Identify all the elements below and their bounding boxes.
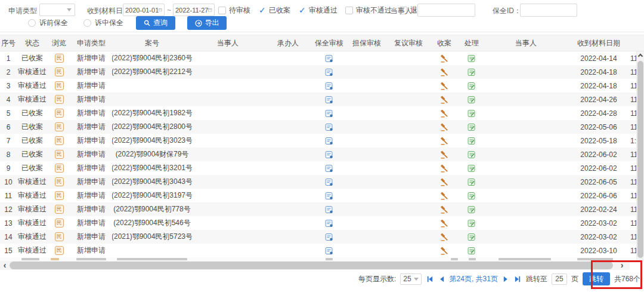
gavel-icon[interactable] [440,219,448,228]
radio-icon[interactable] [28,19,36,27]
process-cell[interactable] [459,175,484,189]
scroll-right-icon[interactable]: › [618,261,626,270]
civil-case-icon[interactable]: 民 [55,191,64,200]
preservation-review-cell[interactable] [312,147,346,161]
browse-cell[interactable]: 民 [48,244,70,257]
process-cell[interactable] [459,147,484,161]
process-cell[interactable] [459,51,484,65]
process-note-icon[interactable] [467,68,476,76]
process-note-icon[interactable] [467,192,476,200]
process-note-icon[interactable] [467,123,476,131]
preservation-form-icon[interactable] [325,192,333,200]
civil-case-icon[interactable]: 民 [55,164,64,173]
scroll-up-icon[interactable] [638,54,643,59]
browse-cell[interactable]: 民 [48,134,70,147]
preservation-review-cell[interactable] [312,120,346,134]
date-to-input[interactable]: 2022-11-27 [173,4,215,16]
table-row[interactable]: 12 审核通过 民 新增申请 (2022)鄂9004民初778号 2022-02… [0,202,644,216]
filter-checkbox[interactable]: 待审核 [218,5,250,16]
preservation-review-cell[interactable] [312,202,346,216]
process-cell[interactable] [459,106,484,120]
process-note-icon[interactable] [467,205,476,214]
table-row[interactable]: 3 审核通过 民 新增申请 2022-04-18 11 [0,79,644,93]
civil-case-icon[interactable]: 民 [55,81,64,90]
process-cell[interactable] [459,230,484,244]
accept-case-cell[interactable] [429,106,459,120]
table-row[interactable]: 2 审核通过 民 新增申请 (2022)鄂9004民初2212号 2022-04… [0,65,644,79]
preservation-form-icon[interactable] [325,68,333,76]
filter-checkbox[interactable]: 审核不通过 [345,5,392,16]
vertical-scrollbar[interactable] [636,51,644,261]
browse-cell[interactable]: 民 [48,93,70,106]
baoquan-id-input[interactable] [520,4,577,17]
last-page-icon[interactable] [514,275,522,283]
table-row[interactable]: 8 已收案 民 新增申请 (2022)鄂9004财保79号 2022-06-02… [0,147,644,161]
process-cell[interactable] [459,216,484,230]
browse-cell[interactable]: 民 [48,51,70,65]
accept-case-cell[interactable] [429,202,459,216]
next-page-icon[interactable] [502,275,510,283]
preservation-form-icon[interactable] [325,54,333,63]
accept-case-cell[interactable] [429,244,459,257]
table-row[interactable]: 9 已收案 民 新增申请 (2022)鄂9004民初3201号 2022-06-… [0,161,644,175]
horizontal-scrollbar[interactable]: ‹ [0,261,630,270]
accept-case-cell[interactable] [429,147,459,161]
checkbox-icon[interactable] [218,7,226,14]
gavel-icon[interactable] [440,233,448,241]
preservation-review-cell[interactable] [312,216,346,230]
preservation-form-icon[interactable] [325,247,333,255]
checkbox-checked-icon[interactable] [298,7,306,14]
gavel-icon[interactable] [440,178,448,186]
civil-case-icon[interactable]: 民 [55,177,64,186]
gavel-icon[interactable] [440,205,448,214]
preservation-form-icon[interactable] [325,150,333,159]
per-page-select[interactable]: 25 [400,273,421,285]
civil-case-icon[interactable]: 民 [55,109,64,118]
preservation-form-icon[interactable] [325,205,333,214]
browse-cell[interactable]: 民 [48,175,70,189]
table-row[interactable]: 6 已收案 民 新增申请 (2022)鄂9004民初2800号 2022-05-… [0,120,644,134]
civil-case-icon[interactable]: 民 [55,205,64,214]
accept-case-cell[interactable] [429,230,459,244]
preservation-review-cell[interactable] [312,161,346,175]
table-row[interactable]: 11 审核通过 民 新增申请 (2022)鄂9004民初3197号 2022-0… [0,189,644,202]
table-row[interactable]: 4 审核通过 民 新增申请 2022-04-26 11 [0,93,644,106]
preservation-review-cell[interactable] [312,175,346,189]
radio-icon[interactable] [83,19,91,27]
filter-radio[interactable]: 诉前保全 [28,18,68,28]
accept-case-cell[interactable] [429,216,459,230]
gavel-icon[interactable] [440,150,448,159]
table-row[interactable]: 10 审核通过 民 新增申请 (2022)鄂9004民初3043号 2022-0… [0,175,644,189]
accept-case-cell[interactable] [429,93,459,106]
scroll-left-icon[interactable]: ‹ [1,261,8,270]
browse-cell[interactable]: 民 [48,120,70,134]
browse-cell[interactable]: 民 [48,65,70,79]
process-cell[interactable] [459,161,484,175]
preservation-form-icon[interactable] [325,123,333,131]
preservation-review-cell[interactable] [312,65,346,79]
process-note-icon[interactable] [467,96,476,104]
preservation-form-icon[interactable] [325,164,333,173]
preservation-review-cell[interactable] [312,189,346,202]
preservation-form-icon[interactable] [325,96,333,104]
process-note-icon[interactable] [467,164,476,173]
checkbox-icon[interactable] [345,7,353,14]
preservation-review-cell[interactable] [312,244,346,257]
process-cell[interactable] [459,93,484,106]
export-button[interactable]: 导出 [187,16,227,30]
process-note-icon[interactable] [467,54,476,63]
accept-case-cell[interactable] [429,120,459,134]
gavel-icon[interactable] [440,82,448,90]
process-note-icon[interactable] [467,150,476,159]
civil-case-icon[interactable]: 民 [55,54,64,63]
first-page-icon[interactable] [426,275,434,283]
table-row[interactable]: 7 已收案 民 新增申请 (2022)鄂9004民初3023号 2022-05-… [0,134,644,147]
preservation-form-icon[interactable] [325,82,333,90]
browse-cell[interactable]: 民 [48,230,70,244]
gavel-icon[interactable] [440,96,448,104]
accept-case-cell[interactable] [429,134,459,147]
gavel-icon[interactable] [440,137,448,145]
jump-button[interactable]: 跳转 [583,272,610,285]
preservation-form-icon[interactable] [325,178,333,186]
civil-case-icon[interactable]: 民 [55,67,64,76]
